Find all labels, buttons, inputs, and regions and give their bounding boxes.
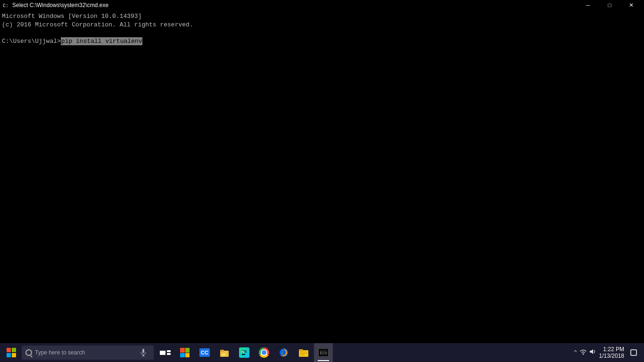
taskbar-captions[interactable]: CC [195,343,214,362]
svg-rect-9 [242,354,245,355]
terminal-body[interactable]: Microsoft Windows [Version 10.0.14393] (… [0,10,644,343]
tv-rect-left [160,351,165,355]
win-cell-yellow [12,353,16,357]
title-bar: C: Select C:\Windows\system32\cmd.exe ─ … [0,0,644,10]
taskbar-file-explorer[interactable]: 📁 [215,343,234,362]
tv-rect-bottom-right [167,353,171,355]
file-explorer-icon: 📁 [219,347,230,358]
svg-rect-2 [142,349,144,353]
taskbar-apps: CC 📁 [156,343,333,362]
microphone-button[interactable] [137,346,150,359]
taskbar-file-manager[interactable] [294,343,313,362]
minimize-button[interactable]: ─ [577,0,599,10]
taskbar-chrome[interactable] [255,343,273,362]
svg-marker-20 [590,349,593,354]
svg-text:PC: PC [241,350,245,354]
svg-text:C:: C: [3,3,8,8]
paint-cell-4 [185,353,190,358]
taskbar-cmd[interactable]: C:\>_ [314,343,333,362]
svg-rect-14 [300,352,307,353]
firefox-icon [279,347,289,358]
svg-rect-21 [631,350,636,355]
svg-rect-4 [142,356,145,356]
svg-point-19 [582,354,584,355]
cmd-taskbar-icon: C:\>_ [318,348,329,357]
search-placeholder-text: Type here to search [35,349,85,356]
win-cell-blue [7,353,11,357]
captions-icon: CC [199,348,210,357]
title-bar-left: C: Select C:\Windows\system32\cmd.exe [2,1,108,9]
svg-rect-3 [143,354,144,356]
search-icon [25,349,32,356]
svg-rect-15 [300,353,307,354]
close-button[interactable]: ✕ [620,0,642,10]
win-cell-red [7,348,11,352]
tv-rects-right [167,350,171,355]
window-title: Select C:\Windows\system32\cmd.exe [12,2,108,8]
notification-center-button[interactable] [627,346,640,359]
terminal-line-2: (c) 2016 Microsoft Corporation. All righ… [2,21,642,29]
mspaint-icon [180,348,190,357]
taskbar-pycharm[interactable]: PC [235,343,254,362]
svg-text:C:\>_: C:\>_ [320,351,327,355]
start-button[interactable] [2,343,21,362]
title-controls: ─ □ ✕ [577,0,642,10]
tv-rect-top-right [167,350,171,352]
svg-rect-13 [299,349,303,351]
search-bar[interactable]: Type here to search [22,346,154,360]
terminal-command: pip install virtualenv [61,37,143,46]
windows-logo-icon [7,348,16,357]
svg-rect-16 [300,354,305,355]
file-manager-icon [298,347,309,358]
tray-icons: ⌃ [574,348,596,357]
pycharm-icon: PC [239,347,249,358]
tray-network-icon[interactable] [579,348,587,357]
terminal-line-3 [2,29,642,37]
paint-cell-3 [180,353,185,358]
tray-volume-icon[interactable] [589,348,596,357]
taskbar-mspaint[interactable] [175,343,194,362]
system-clock[interactable]: 1:22 PM 1/13/2018 [599,346,624,360]
clock-date: 1/13/2018 [599,353,624,359]
terminal-prompt-line[interactable]: C:\Users\Ujjwal>pip install virtualenv [2,37,642,46]
system-tray: ⌃ 1:22 PM 1/13/2018 [574,346,642,360]
clock-time: 1:22 PM [603,346,624,353]
svg-text:📁: 📁 [222,352,226,356]
terminal-prompt: C:\Users\Ujjwal> [2,37,61,46]
maximize-button[interactable]: □ [599,0,620,10]
cmd-title-icon: C: [2,1,9,9]
taskbar: Type here to search [0,343,644,362]
paint-cell-1 [180,348,185,353]
paint-cell-2 [185,348,190,353]
terminal-line-1: Microsoft Windows [Version 10.0.14393] [2,12,642,21]
task-view-icon [160,350,171,355]
taskbar-task-view[interactable] [156,343,174,362]
chrome-icon [259,347,269,358]
taskbar-firefox[interactable] [274,343,293,362]
tray-expand-icon[interactable]: ⌃ [574,349,578,356]
svg-rect-6 [220,350,224,352]
win-cell-green [12,348,16,352]
